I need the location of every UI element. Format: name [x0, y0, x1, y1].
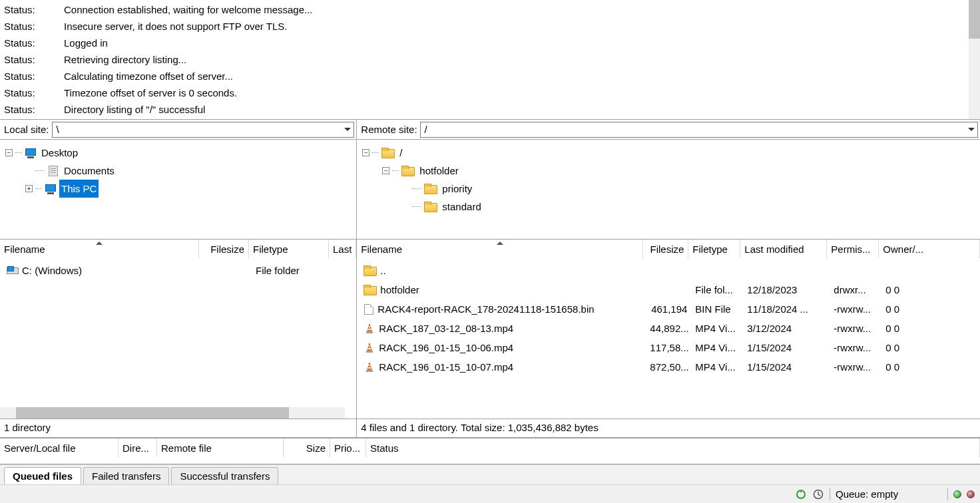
qcol-server[interactable]: Server/Local file — [0, 438, 119, 457]
file-name: RACK_196_01-15_10-06.mp4 — [379, 342, 513, 353]
local-site-combobox[interactable]: \ — [52, 122, 355, 138]
svg-rect-5 — [369, 345, 371, 347]
vlc-icon — [364, 343, 375, 353]
clock-icon[interactable] — [812, 488, 824, 500]
tree-item-hotfolder[interactable]: hotfolder — [417, 162, 460, 180]
tree-item-root[interactable]: / — [397, 144, 404, 162]
refresh-icon[interactable] — [795, 488, 807, 500]
folder-icon — [424, 184, 437, 194]
tree-item-this-pc[interactable]: This PC — [59, 180, 99, 198]
remote-site-bar: Remote site: / — [357, 120, 980, 140]
tree-collapse-toggle[interactable]: − — [362, 149, 369, 156]
log-message: Connection established, waiting for welc… — [64, 1, 313, 18]
tree-collapse-toggle[interactable]: − — [5, 149, 13, 156]
list-item[interactable]: RACK_187_03-12_08-13.mp444,892...MP4 Vi.… — [360, 319, 980, 338]
tree-item-documents[interactable]: Documents — [62, 162, 117, 180]
local-hscroll-thumb[interactable] — [16, 407, 289, 419]
col-filetype[interactable]: Filetype — [249, 240, 329, 258]
tab-successful-transfers[interactable]: Successful transfers — [171, 467, 278, 484]
col-filesize[interactable]: Filesize — [643, 240, 688, 258]
qcol-size[interactable]: Size — [284, 438, 330, 457]
qcol-remote[interactable]: Remote file — [157, 438, 284, 457]
list-item[interactable]: RACK_196_01-15_10-06.mp4117,58...MP4 Vi.… — [360, 338, 980, 357]
tree-item-desktop[interactable]: Desktop — [39, 144, 80, 162]
log-row[interactable]: Status:Timezone offset of server is 0 se… — [4, 84, 977, 101]
col-filetype[interactable]: Filetype — [688, 240, 740, 258]
log-label: Status: — [4, 68, 64, 84]
col-permissions[interactable]: Permis... — [827, 240, 879, 258]
svg-rect-11 — [366, 370, 373, 372]
remote-list-body[interactable]: ..hotfolderFile fol...12/18/2023drwxr...… — [357, 258, 980, 419]
local-tree[interactable]: − Desktop Documents + This PC — [0, 140, 356, 240]
col-filesize[interactable]: Filesize — [199, 240, 249, 258]
tree-expand-toggle[interactable]: + — [25, 185, 33, 192]
col-filename[interactable]: Filename — [0, 240, 199, 258]
separator — [830, 488, 830, 500]
log-row[interactable]: Status:Insecure server, it does not supp… — [4, 18, 977, 35]
svg-marker-0 — [368, 324, 371, 331]
col-owner[interactable]: Owner/... — [879, 240, 980, 258]
log-label: Status: — [4, 1, 64, 18]
file-name: C: (Windows) — [22, 265, 82, 276]
local-site-bar: Local site: \ — [0, 120, 356, 140]
list-item[interactable]: RACK_196_01-15_10-07.mp4872,50...MP4 Vi.… — [360, 357, 980, 377]
local-status-text: 1 directory — [0, 419, 356, 437]
queue-status-text: Queue: empty — [836, 488, 942, 500]
qcol-direction[interactable]: Dire... — [119, 438, 157, 457]
vlc-icon — [364, 362, 375, 373]
tree-item-standard[interactable]: standard — [440, 198, 483, 216]
log-scrollbar[interactable] — [969, 0, 980, 119]
log-message: Calculating timezone offset of server... — [64, 68, 233, 84]
transfer-queue: Server/Local file Dire... Remote file Si… — [0, 438, 980, 464]
file-name: RACK_187_03-12_08-13.mp4 — [379, 323, 513, 334]
local-site-path: \ — [57, 124, 59, 135]
list-item[interactable]: hotfolderFile fol...12/18/2023drwxr...0 … — [360, 280, 980, 299]
svg-rect-10 — [368, 367, 371, 369]
remote-list-header: Filename Filesize Filetype Last modified… — [357, 240, 980, 258]
status-bar: Queue: empty — [0, 484, 980, 503]
log-row[interactable]: Status:Connection established, waiting f… — [4, 1, 977, 18]
remote-pane: Remote site: / − / − hotfolder — [357, 120, 980, 437]
list-item[interactable]: C: (Windows)File folder — [3, 261, 356, 280]
desktop-icon — [25, 148, 37, 158]
remote-status-text: 4 files and 1 directory. Total size: 1,0… — [357, 419, 980, 437]
remote-tree[interactable]: − / − hotfolder priority sta — [357, 140, 980, 240]
col-last-modified[interactable]: Last modified — [740, 240, 827, 258]
chevron-down-icon — [344, 128, 351, 131]
file-name: RACK4-report-RACK_178-20241118-151658.bi… — [377, 303, 594, 315]
this-pc-icon — [45, 184, 57, 194]
file-name: .. — [380, 265, 385, 276]
file-icon — [364, 304, 374, 315]
local-hscrollbar[interactable] — [0, 407, 345, 419]
remote-site-combobox[interactable]: / — [420, 122, 978, 138]
col-filename[interactable]: Filename — [357, 240, 643, 258]
svg-rect-9 — [369, 365, 371, 366]
log-row[interactable]: Status:Logged in — [4, 35, 977, 51]
qcol-priority[interactable]: Prio... — [330, 438, 366, 457]
local-list-body[interactable]: C: (Windows)File folder — [0, 258, 356, 407]
folder-icon — [381, 148, 395, 158]
chevron-down-icon — [968, 128, 975, 131]
log-scrollbar-thumb[interactable] — [969, 0, 980, 39]
log-row[interactable]: Status:Directory listing of "/" successf… — [4, 101, 977, 118]
list-item[interactable]: .. — [360, 261, 980, 280]
list-item[interactable]: RACK4-report-RACK_178-20241118-151658.bi… — [360, 299, 980, 319]
tab-failed-transfers[interactable]: Failed transfers — [83, 467, 169, 484]
message-log[interactable]: Status:Connection established, waiting f… — [0, 0, 980, 120]
folder-icon — [401, 166, 415, 176]
svg-rect-6 — [368, 348, 371, 349]
log-label: Status: — [4, 35, 64, 51]
tree-collapse-toggle[interactable]: − — [382, 167, 389, 174]
log-row[interactable]: Status:Retrieving directory listing... — [4, 51, 977, 68]
col-last[interactable]: Last — [329, 240, 356, 258]
qcol-status[interactable]: Status — [366, 438, 980, 457]
local-list-header: Filename Filesize Filetype Last — [0, 240, 356, 258]
folder-icon — [364, 285, 377, 295]
activity-led-idle — [953, 490, 961, 498]
tree-item-priority[interactable]: priority — [440, 180, 474, 198]
svg-rect-2 — [368, 329, 371, 330]
tab-queued-files[interactable]: Queued files — [4, 467, 81, 484]
log-row[interactable]: Status:Calculating timezone offset of se… — [4, 68, 977, 84]
activity-led-busy — [967, 490, 975, 498]
queue-tabs: Queued files Failed transfers Successful… — [0, 464, 980, 484]
